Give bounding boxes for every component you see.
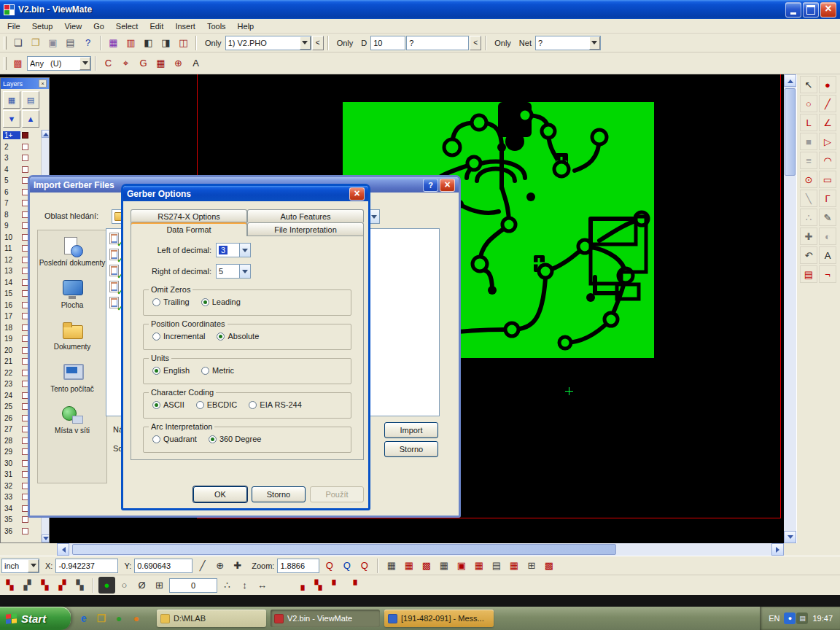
dialog-title-bar[interactable]: Gerber Options	[123, 186, 368, 201]
dot-matrix-icon[interactable]: ∴	[219, 577, 236, 594]
display-mode-icon-2[interactable]: ▦	[435, 557, 452, 574]
diagonal-line-icon[interactable]: ╱	[819, 95, 836, 112]
crosshair-icon[interactable]: ⌖	[117, 55, 134, 71]
tab-data-format[interactable]: Data Format	[131, 222, 247, 236]
film-box-icon[interactable]: ▤	[800, 265, 817, 283]
firefox-icon[interactable]: ●	[129, 611, 144, 626]
circle-pads-icon[interactable]: ○	[800, 95, 817, 112]
chevron-down-icon[interactable]	[300, 36, 311, 50]
title-bar[interactable]: V2.bin - ViewMate	[0, 0, 840, 19]
layer-color-swatch[interactable]	[22, 155, 28, 161]
x-coordinate-input[interactable]	[55, 559, 118, 573]
layer-list-icon[interactable]: ▤	[22, 91, 39, 109]
start-button[interactable]: Start	[0, 607, 71, 630]
layer-table-icon[interactable]: ▦	[3, 91, 20, 109]
y-coordinate-input[interactable]	[134, 559, 192, 573]
undo-arrow-icon[interactable]: ↶	[800, 246, 817, 264]
place-documents[interactable]: Dokumenty	[38, 314, 106, 357]
scroll-down-button[interactable]	[784, 531, 796, 543]
grid-snap-icon[interactable]: ▦	[152, 55, 169, 71]
zoom-window-icon[interactable]: Q	[338, 557, 355, 574]
measure-line-icon[interactable]: ╱	[194, 557, 211, 574]
dashed-rect-icon[interactable]: ▭	[819, 171, 836, 188]
unit-select[interactable]: inch	[1, 559, 39, 573]
display-mode-icon-1[interactable]: ▩	[418, 557, 435, 574]
cancel-button[interactable]: Storno	[252, 486, 306, 502]
minimize-button[interactable]	[785, 2, 801, 18]
zoom-input[interactable]	[277, 559, 319, 573]
flash-pattern-icon-2[interactable]: ▞	[19, 577, 36, 594]
chevron-down-icon[interactable]	[79, 57, 90, 70]
scroll-thumb[interactable]	[785, 88, 796, 176]
print-icon[interactable]: ▤	[62, 34, 79, 51]
only-net-label[interactable]: Only	[494, 39, 511, 47]
dcode-table-icon[interactable]: ▦	[105, 34, 122, 51]
menu-file[interactable]: File	[1, 20, 26, 32]
zoom-in-icon[interactable]: Q	[321, 557, 338, 574]
menu-help[interactable]: Help	[232, 20, 260, 32]
radio-360-degree[interactable]: 360 Degree	[209, 435, 262, 443]
place-recent-documents[interactable]: Poslední dokumenty	[38, 230, 106, 273]
display-mode-icon-5[interactable]: ▤	[488, 557, 505, 574]
new-file-icon[interactable]: ❏	[9, 34, 26, 51]
only-layer-label[interactable]: Only	[205, 39, 222, 47]
left-of-decimal-select[interactable]: 3	[216, 243, 251, 257]
menu-go[interactable]: Go	[88, 20, 110, 32]
close-button[interactable]	[440, 179, 455, 192]
radio-leading[interactable]: Leading	[201, 298, 241, 306]
radio-absolute[interactable]: Absolute	[217, 332, 259, 341]
place-desktop[interactable]: Plocha	[38, 273, 106, 315]
tab-file-interpretation[interactable]: File Interpretation	[247, 222, 364, 236]
display-mode-icon-6[interactable]: ▦	[505, 557, 522, 574]
dcode-edit-icon[interactable]: ▥	[122, 34, 139, 51]
gamma-route-icon[interactable]: Γ	[819, 190, 836, 207]
radio-ebcdic[interactable]: EBCDIC	[196, 400, 238, 409]
scroll-left-button[interactable]	[57, 543, 69, 556]
flash-pattern-icon-4[interactable]: ▞	[54, 577, 71, 594]
corner-route-icon[interactable]: L	[800, 114, 817, 131]
display-mode-icon-7[interactable]: ⊞	[523, 557, 540, 574]
layer-color-swatch[interactable]	[22, 132, 28, 139]
language-indicator[interactable]: EN	[769, 614, 779, 623]
radio-metric[interactable]: Metric	[201, 366, 234, 375]
prev-layer-button[interactable]: <	[312, 36, 324, 50]
scroll-thumb[interactable]	[72, 544, 616, 555]
chevron-down-icon[interactable]	[239, 265, 250, 278]
zoom-selection-icon[interactable]: Q	[356, 557, 373, 574]
chevron-down-icon[interactable]	[589, 36, 600, 50]
chevron-down-icon[interactable]	[28, 559, 39, 572]
backslash-line-icon[interactable]: ╲	[800, 190, 817, 207]
layer-down-icon[interactable]: ▼	[3, 110, 20, 128]
prev-dcode-button[interactable]: <	[470, 36, 481, 50]
display-mode-icon-4[interactable]: ▦	[470, 557, 487, 574]
close-icon[interactable]: ×	[39, 79, 47, 88]
menu-view[interactable]: View	[58, 20, 88, 32]
green-orb-icon[interactable]: ●	[112, 611, 126, 626]
cancel-button[interactable]: Storno	[384, 441, 438, 457]
tab-auto-features[interactable]: Auto Features	[247, 209, 364, 222]
maximize-button[interactable]	[803, 2, 819, 18]
toolbar-grip[interactable]	[4, 36, 7, 50]
scroll-up-button[interactable]	[42, 130, 49, 138]
triangle-tool-icon[interactable]: ▷	[819, 133, 836, 150]
radio-eia-rs-244[interactable]: EIA RS-244	[249, 400, 301, 409]
highlight-components-icon[interactable]: C	[100, 55, 117, 71]
pad-tool-icon[interactable]: ●	[819, 76, 836, 93]
radio-quadrant[interactable]: Quadrant	[152, 435, 197, 443]
target-icon[interactable]: ⊕	[170, 55, 187, 71]
radio-english[interactable]: English	[152, 366, 190, 375]
right-of-decimal-select[interactable]: 5	[216, 264, 251, 279]
pencil-tool-icon[interactable]: ✎	[819, 209, 836, 226]
layers-panel-header[interactable]: Layers ×	[1, 78, 49, 89]
move-tool-icon[interactable]: ↔	[254, 577, 271, 594]
dcode-swap-icon[interactable]: ◧	[140, 34, 157, 51]
text-tool-icon[interactable]: A	[819, 246, 836, 264]
snap-cross-icon[interactable]: ✚	[229, 557, 246, 574]
toolbar-grip[interactable]	[4, 57, 7, 70]
dcode-wheel-icon[interactable]: ◫	[175, 34, 192, 51]
scroll-right-button[interactable]	[771, 543, 784, 556]
task-viewmate[interactable]: V2.bin - ViewMate	[271, 610, 380, 627]
scroll-down-button[interactable]	[42, 534, 49, 542]
flash-pattern-icon-1[interactable]: ▚	[1, 577, 18, 594]
ie-icon[interactable]: e	[77, 611, 91, 626]
